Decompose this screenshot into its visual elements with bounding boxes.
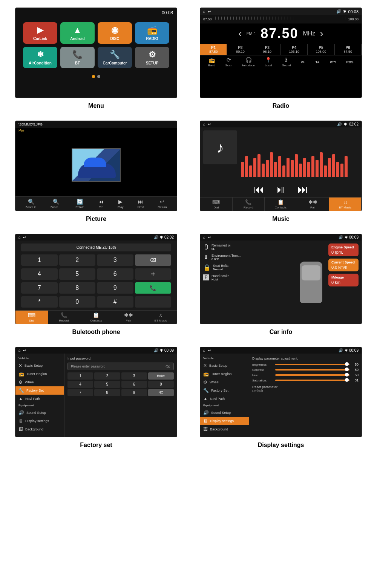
home-icon[interactable]: ⌂ (18, 348, 21, 352)
fnk-2[interactable]: 2 (94, 372, 120, 380)
key-2[interactable]: 2 (59, 254, 96, 266)
pwd-del-icon[interactable]: ⌫ (166, 364, 170, 368)
fnk-6[interactable]: 6 (121, 381, 147, 388)
fnk-enter[interactable]: Enter (148, 372, 174, 380)
home-icon[interactable]: ⌂ (203, 348, 205, 352)
key-del[interactable]: ⌫ (135, 254, 172, 266)
key-hash[interactable]: # (97, 296, 133, 308)
preset-p1[interactable]: P1 87.50 (200, 44, 227, 55)
fnk-5[interactable]: 5 (94, 381, 120, 388)
menu-item-bt[interactable]: 📞 BT (60, 47, 95, 68)
return-btn[interactable]: ↩ Return (158, 199, 167, 209)
key-4[interactable]: 4 (21, 268, 58, 280)
music-tab-pair[interactable]: ✱✱ Pair (297, 198, 329, 211)
display-sidebar-wheel[interactable]: ⚙ Wheel (200, 378, 249, 386)
phone-tab-pair[interactable]: ✱✱ Pair (112, 311, 145, 324)
ctrl-sound[interactable]: 🎚 Sound (282, 57, 291, 67)
ctrl-scan[interactable]: ⟳ Scan (225, 57, 232, 67)
sidebar-background[interactable]: 🖼 Background (15, 425, 64, 433)
fnk-7[interactable]: 7 (67, 389, 93, 396)
display-sidebar-background[interactable]: 🖼 Background (200, 425, 249, 433)
menu-item-android[interactable]: ▲ Android (60, 22, 95, 44)
hue-slider[interactable] (275, 374, 349, 376)
music-tab-record[interactable]: 📞 Record (233, 198, 265, 211)
phone-tab-btmusic[interactable]: ♫ BT Music (144, 311, 177, 324)
pre-btn[interactable]: ⏮ Pre (98, 199, 104, 209)
rotate-btn[interactable]: 🔄 Rotate (75, 199, 84, 209)
fnk-3[interactable]: 3 (121, 372, 147, 380)
display-sidebar-display-settings[interactable]: 🖥 Display settings (200, 417, 249, 425)
key-8[interactable]: 8 (59, 282, 96, 294)
sidebar-navi-path[interactable]: ▲ Navi Path (15, 395, 64, 403)
brightness-slider[interactable] (275, 364, 349, 365)
back-icon[interactable]: ↩ (23, 235, 26, 239)
phone-tab-contacts[interactable]: 📋 Contacts (80, 311, 112, 324)
reset-default-btn[interactable]: Default (252, 389, 359, 393)
menu-item-setup[interactable]: ⚙ SETUP (135, 47, 169, 68)
phone-tab-record[interactable]: 📞 Record (48, 311, 80, 324)
fnk-9[interactable]: 9 (121, 389, 147, 396)
key-5[interactable]: 5 (59, 268, 96, 280)
back-icon[interactable]: ↩ (23, 348, 26, 352)
key-1[interactable]: 1 (21, 254, 58, 266)
sidebar-display-settings[interactable]: 🖥 Display settings (15, 417, 64, 425)
menu-item-carcomputer[interactable]: 🔧 CarComputer (98, 47, 132, 68)
home-icon[interactable]: ⌂ (18, 235, 21, 239)
preset-p3[interactable]: P3 98.10 (254, 44, 281, 55)
music-tab-dial[interactable]: ⌨ Dial (200, 198, 233, 211)
display-sidebar-basic-setup[interactable]: ✕ Basic Setup (200, 361, 249, 370)
ctrl-local[interactable]: 📍 Local (265, 57, 272, 67)
menu-item-disc[interactable]: ◉ DISC (98, 22, 132, 44)
play-btn[interactable]: ▶ Play (118, 199, 124, 209)
menu-item-carlink[interactable]: ▶ CarLink (23, 22, 57, 44)
display-sidebar-tuner-region[interactable]: 📻 Tuner Region (200, 370, 249, 378)
sidebar-tuner-region[interactable]: 📻 Tuner Region (15, 370, 64, 378)
key-3[interactable]: 3 (97, 254, 133, 266)
display-sidebar-sound-setup[interactable]: 🔊 Sound Setup (200, 409, 249, 417)
zoom-in-btn[interactable]: 🔍 Zoom in (26, 199, 37, 209)
preset-p2[interactable]: P2 90.10 (227, 44, 254, 55)
sidebar-sound-setup[interactable]: 🔊 Sound Setup (15, 409, 64, 417)
fnk-no[interactable]: NO (148, 389, 174, 396)
zoom-out-btn[interactable]: 🔍 Zoom ... (51, 199, 61, 209)
freq-up-arrow[interactable]: › (320, 28, 323, 40)
back-icon[interactable]: ↩ (208, 348, 211, 352)
key-plus[interactable]: + (135, 268, 172, 280)
ctrl-band[interactable]: 📻 Band (208, 57, 215, 67)
next-btn[interactable]: ⏭ Next (138, 199, 144, 209)
ctrl-rds[interactable]: RDS (346, 60, 354, 64)
ctrl-introduce[interactable]: 🎧 Introduce (242, 57, 254, 67)
home-icon[interactable]: ⌂ (203, 9, 205, 14)
key-6[interactable]: 6 (97, 268, 133, 280)
ctrl-af[interactable]: AF AF (301, 60, 305, 64)
preset-p4[interactable]: P4 106.10 (281, 44, 308, 55)
ctrl-pty[interactable]: PTY (329, 60, 336, 64)
sidebar-wheel[interactable]: ⚙ Wheel (15, 378, 64, 386)
display-sidebar-navi-path[interactable]: ▲ Navi Path (200, 395, 249, 403)
fnk-8[interactable]: 8 (94, 389, 120, 396)
factory-pwd-input[interactable]: Please enter password ⌫ (67, 363, 174, 370)
music-tab-contacts[interactable]: 📋 Contacts (265, 198, 297, 211)
sidebar-basic-setup[interactable]: ✕ Basic Setup (15, 361, 64, 370)
key-9[interactable]: 9 (97, 282, 133, 294)
saturation-slider[interactable] (275, 380, 349, 381)
menu-item-radio[interactable]: 📻 RADIO (135, 22, 169, 44)
phone-tab-dial[interactable]: ⌨ Dial (15, 311, 48, 324)
preset-p5[interactable]: P5 108.00 (308, 44, 334, 55)
home-icon[interactable]: ⌂ (203, 235, 205, 239)
fnk-1[interactable]: 1 (67, 372, 93, 380)
display-sidebar-factory-set[interactable]: 🔧 Factory Set (200, 386, 249, 395)
back-icon[interactable]: ↩ (208, 235, 211, 239)
key-7[interactable]: 7 (21, 282, 58, 294)
back-icon[interactable]: ↩ (208, 122, 211, 126)
prev-btn[interactable]: ⏮ (254, 183, 264, 196)
fnk-0[interactable]: 0 (148, 381, 174, 388)
contrast-slider[interactable] (275, 369, 349, 371)
fnk-4[interactable]: 4 (67, 381, 93, 388)
key-0[interactable]: 0 (59, 296, 96, 308)
home-icon[interactable]: ⌂ (203, 122, 205, 126)
back-icon[interactable]: ↩ (208, 9, 211, 14)
key-call[interactable]: 📞 (135, 282, 172, 294)
sidebar-factory-set[interactable]: 🔧 Factory Set (15, 386, 64, 395)
playpause-btn[interactable]: ⏯ (276, 183, 286, 196)
